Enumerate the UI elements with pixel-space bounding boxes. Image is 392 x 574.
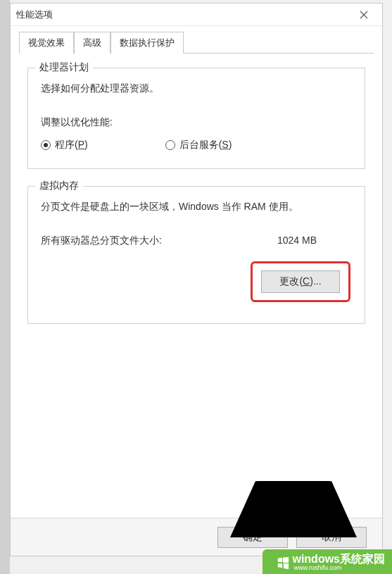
- performance-options-dialog: 性能选项 视觉效果 高级 数据执行保护 处理器计划 选择如何分配处理器资源。 调…: [10, 3, 383, 556]
- vm-total-value: 1024 MB: [277, 235, 317, 247]
- vm-group-title: 虚拟内存: [35, 180, 83, 192]
- tab-visual-effects[interactable]: 视觉效果: [19, 32, 74, 54]
- close-icon: [360, 11, 368, 19]
- radio-icon: [165, 140, 175, 150]
- vm-total-row: 所有驱动器总分页文件大小: 1024 MB: [41, 235, 352, 247]
- radio-programs[interactable]: 程序(P): [41, 139, 88, 151]
- vm-desc: 分页文件是硬盘上的一块区域，Windows 当作 RAM 使用。: [41, 201, 352, 213]
- watermark: windows系统家园 www.rushifu.com: [263, 549, 392, 574]
- tab-advanced[interactable]: 高级: [74, 32, 110, 54]
- radio-icon: [41, 140, 51, 150]
- watermark-text: windows系统家园 www.rushifu.com: [292, 554, 385, 571]
- window-title: 性能选项: [16, 8, 351, 21]
- adjust-label: 调整以优化性能:: [41, 116, 352, 129]
- highlight-annotation: 更改(C)...: [251, 261, 350, 302]
- processor-scheduling-group: 处理器计划 选择如何分配处理器资源。 调整以优化性能: 程序(P) 后台服务(S…: [27, 68, 365, 169]
- vm-total-label: 所有驱动器总分页文件大小:: [41, 235, 162, 247]
- radio-bg-label: 后台服务(S): [179, 139, 232, 151]
- windows-icon: [277, 556, 289, 569]
- tab-content: 处理器计划 选择如何分配处理器资源。 调整以优化性能: 程序(P) 后台服务(S…: [11, 54, 382, 518]
- change-button[interactable]: 更改(C)...: [261, 270, 340, 293]
- titlebar: 性能选项: [11, 4, 382, 26]
- tab-dep[interactable]: 数据执行保护: [110, 32, 184, 54]
- close-button[interactable]: [351, 5, 377, 25]
- radio-background-services[interactable]: 后台服务(S): [165, 139, 232, 151]
- virtual-memory-group: 虚拟内存 分页文件是硬盘上的一块区域，Windows 当作 RAM 使用。 所有…: [27, 186, 365, 324]
- radio-programs-label: 程序(P): [55, 139, 88, 151]
- processor-desc: 选择如何分配处理器资源。: [41, 82, 352, 95]
- processor-group-title: 处理器计划: [35, 61, 93, 74]
- radio-row: 程序(P) 后台服务(S): [41, 139, 352, 151]
- tabs: 视觉效果 高级 数据执行保护: [11, 26, 382, 54]
